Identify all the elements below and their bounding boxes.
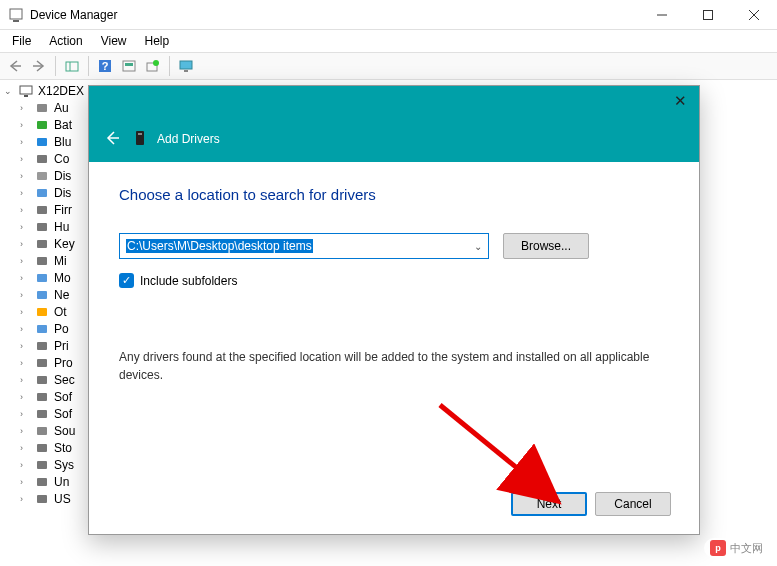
chevron-right-icon: › — [20, 494, 32, 504]
chevron-right-icon: › — [20, 477, 32, 487]
chevron-down-icon[interactable]: ⌄ — [474, 241, 482, 252]
svg-rect-16 — [180, 61, 192, 69]
svg-rect-19 — [24, 95, 28, 97]
toolbar-scan-button[interactable] — [118, 55, 140, 77]
chevron-right-icon: › — [20, 137, 32, 147]
dialog-titlebar: ✕ — [89, 86, 699, 116]
chevron-right-icon: › — [20, 171, 32, 181]
svg-rect-29 — [37, 257, 47, 265]
minimize-button[interactable] — [639, 0, 685, 30]
browse-button[interactable]: Browse... — [503, 233, 589, 259]
svg-rect-0 — [10, 9, 22, 19]
forward-button[interactable] — [28, 55, 50, 77]
svg-rect-8 — [66, 62, 78, 71]
tree-item-label: Ot — [54, 305, 67, 319]
dialog-close-button[interactable]: ✕ — [674, 92, 687, 110]
chevron-right-icon: › — [20, 341, 32, 351]
svg-rect-24 — [37, 172, 47, 180]
chevron-right-icon: › — [20, 375, 32, 385]
svg-rect-18 — [20, 86, 32, 94]
watermark: p 中文网 — [704, 538, 769, 558]
toolbar: ? — [0, 52, 777, 80]
chevron-right-icon: › — [20, 358, 32, 368]
chevron-right-icon: › — [20, 154, 32, 164]
svg-rect-35 — [37, 359, 47, 367]
help-button[interactable]: ? — [94, 55, 116, 77]
tree-item-label: Hu — [54, 220, 69, 234]
monitor-icon — [34, 270, 50, 286]
dialog-back-button[interactable] — [103, 129, 121, 150]
storage-icon — [34, 440, 50, 456]
chevron-right-icon: › — [20, 256, 32, 266]
port-icon — [34, 321, 50, 337]
bluetooth-icon — [34, 134, 50, 150]
dialog-header: Add Drivers — [89, 116, 699, 162]
svg-rect-22 — [37, 138, 47, 146]
include-subfolders-checkbox[interactable]: ✓ — [119, 273, 134, 288]
path-combobox[interactable]: C:\Users\M\Desktop\desktop items ⌄ — [119, 233, 489, 259]
audio-icon — [34, 100, 50, 116]
chevron-down-icon: ⌄ — [4, 86, 16, 96]
battery-icon — [34, 117, 50, 133]
menu-help[interactable]: Help — [137, 32, 178, 50]
svg-rect-3 — [704, 10, 713, 19]
computer-icon — [18, 83, 34, 99]
svg-rect-31 — [37, 291, 47, 299]
chevron-right-icon: › — [20, 239, 32, 249]
info-text: Any drivers found at the specified locat… — [119, 348, 669, 384]
menu-bar: File Action View Help — [0, 30, 777, 52]
svg-rect-25 — [37, 189, 47, 197]
path-value: C:\Users\M\Desktop\desktop items — [126, 239, 313, 253]
mouse-icon — [34, 253, 50, 269]
hid-icon — [34, 219, 50, 235]
tree-item-label: Key — [54, 237, 75, 251]
driver-icon — [133, 130, 149, 149]
svg-rect-46 — [138, 133, 142, 135]
toolbar-showhide-button[interactable] — [61, 55, 83, 77]
svg-rect-34 — [37, 342, 47, 350]
cancel-button[interactable]: Cancel — [595, 492, 671, 516]
display-icon — [34, 185, 50, 201]
svg-text:?: ? — [102, 60, 109, 72]
chevron-right-icon: › — [20, 392, 32, 402]
toolbar-update-button[interactable] — [142, 55, 164, 77]
tree-item-label: Bat — [54, 118, 72, 132]
tree-root-label: X12DEX — [38, 84, 84, 98]
tree-item-label: Un — [54, 475, 69, 489]
chevron-right-icon: › — [20, 443, 32, 453]
svg-rect-38 — [37, 410, 47, 418]
menu-file[interactable]: File — [4, 32, 39, 50]
chevron-right-icon: › — [20, 103, 32, 113]
window-title: Device Manager — [30, 8, 639, 22]
close-button[interactable] — [731, 0, 777, 30]
system-icon — [34, 457, 50, 473]
printqueue-icon — [34, 338, 50, 354]
tree-item-label: Sys — [54, 458, 74, 472]
next-button[interactable]: Next — [511, 492, 587, 516]
maximize-button[interactable] — [685, 0, 731, 30]
processor-icon — [34, 355, 50, 371]
menu-view[interactable]: View — [93, 32, 135, 50]
tree-item-label: Mi — [54, 254, 67, 268]
svg-rect-30 — [37, 274, 47, 282]
include-subfolders-label: Include subfolders — [140, 274, 237, 288]
tree-item-label: Sof — [54, 390, 72, 404]
svg-rect-23 — [37, 155, 47, 163]
back-button[interactable] — [4, 55, 26, 77]
network-icon — [34, 287, 50, 303]
svg-rect-32 — [37, 308, 47, 316]
app-icon — [8, 7, 24, 23]
firmware-icon — [34, 202, 50, 218]
svg-rect-43 — [37, 495, 47, 503]
tree-item-label: Co — [54, 152, 69, 166]
tree-item-label: Dis — [54, 169, 71, 183]
chevron-right-icon: › — [20, 205, 32, 215]
chevron-right-icon: › — [20, 426, 32, 436]
svg-rect-42 — [37, 478, 47, 486]
computer-icon — [34, 151, 50, 167]
toolbar-monitor-button[interactable] — [175, 55, 197, 77]
svg-rect-40 — [37, 444, 47, 452]
svg-rect-36 — [37, 376, 47, 384]
menu-action[interactable]: Action — [41, 32, 90, 50]
chevron-right-icon: › — [20, 307, 32, 317]
